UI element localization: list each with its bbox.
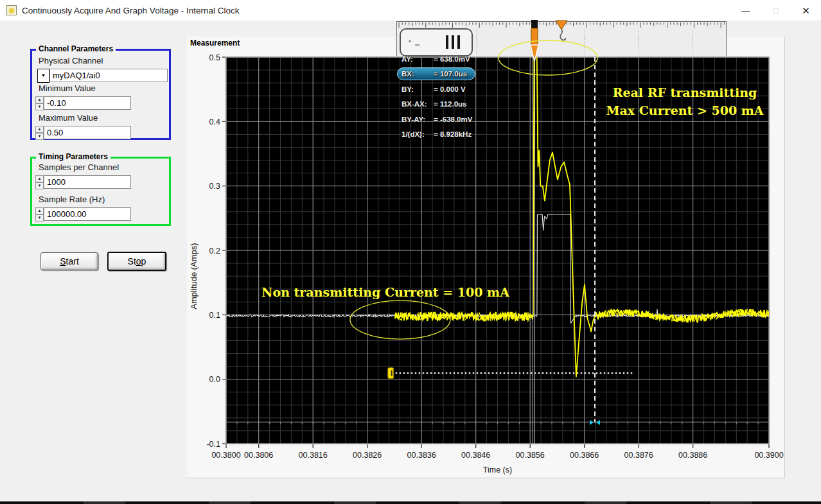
minimum-value-input[interactable] (44, 96, 131, 110)
x-tick-label: 00.3836 (407, 451, 436, 460)
x-axis-title: Time (s) (483, 465, 512, 474)
channel-parameters-group: Channel Parameters Physical Channel ▼ Mi… (30, 49, 171, 140)
sample-rate-label: Sample Rate (Hz) (39, 195, 105, 204)
maximum-value-spinner: ▲ ▼ (35, 126, 44, 140)
scope-ruler-overlay[interactable] (396, 21, 727, 56)
spin-up-icon[interactable]: ▲ (35, 207, 44, 214)
bars-icon (452, 35, 454, 49)
y-axis-title: Amplitude (Amps) (189, 243, 199, 309)
sample-rate-spinner: ▲ ▼ (35, 207, 44, 222)
minimum-value-spinner: ▲ ▼ (35, 96, 44, 110)
x-tick-label: 00.3806 (244, 451, 273, 460)
measurement-label: BY-AY: (402, 116, 434, 123)
measurement-row[interactable]: BX-AX:= 112.0us (397, 97, 508, 112)
x-tick-label: 00.3886 (678, 451, 707, 460)
measurement-label: BX: (402, 70, 434, 78)
measurement-value: = 8.928kHz (434, 130, 472, 138)
window-controls: — □ ✕ (730, 0, 821, 21)
maximize-button[interactable]: □ (761, 0, 791, 21)
x-tick-label: 00.3876 (624, 451, 653, 460)
channel-parameters-label: Channel Parameters (36, 44, 116, 53)
annotation-text: Max Current > 500 mA (606, 103, 763, 117)
pen-cursor-icon[interactable] (531, 20, 538, 62)
close-button[interactable]: ✕ (791, 0, 821, 21)
bars-icon (446, 35, 448, 49)
window-title: Continuously Acquire And Graph Voltage -… (22, 6, 239, 15)
y-tick-label: 0.2 (209, 247, 220, 256)
timing-parameters-group: Timing Parameters Samples per Channel ▲ … (30, 157, 171, 226)
y-tick-label: 0.0 (209, 375, 220, 384)
title-bar: Continuously Acquire And Graph Voltage -… (0, 0, 821, 21)
measurement-label: BX-AX: (402, 100, 434, 108)
measurement-value: = 0.000 V (434, 85, 466, 93)
minimize-button[interactable]: — (730, 0, 761, 21)
flag-cursor-icon[interactable] (556, 21, 567, 40)
measurement-row[interactable]: BX:= 107.0us (397, 67, 475, 80)
measurement-value: = 112.0us (434, 100, 466, 108)
sample-rate-input[interactable] (44, 207, 131, 221)
samples-per-channel-label: Samples per Channel (39, 162, 119, 172)
stop-button[interactable]: Stop (107, 252, 166, 271)
x-tick-label: 00.3846 (461, 451, 490, 460)
app-icon (6, 5, 17, 15)
bars-icon (457, 35, 460, 49)
x-tick-label: 00.3866 (570, 451, 599, 460)
maximum-value-input[interactable] (44, 126, 131, 139)
x-tick-label: 00.3900 (754, 451, 783, 460)
physical-channel-label: Physical Channel (39, 56, 103, 65)
app-window: Continuously Acquire And Graph Voltage -… (0, 0, 821, 504)
spin-up-icon[interactable]: ▲ (35, 126, 44, 133)
measurement-row[interactable]: BY-AY:= -638.0mV (397, 112, 508, 127)
maximum-value-label: Maximum Value (39, 113, 98, 123)
spin-down-icon[interactable]: ▼ (35, 214, 44, 222)
samples-per-channel-input[interactable] (44, 175, 131, 189)
x-tick-label: 00.3816 (299, 451, 328, 460)
measurement-label: 1/(dX): (402, 130, 434, 138)
spin-down-icon[interactable]: ▼ (35, 133, 44, 140)
spin-down-icon[interactable]: ▼ (35, 182, 44, 189)
start-button[interactable]: Start (40, 252, 98, 270)
y-tick-label: 0.3 (209, 182, 220, 191)
bottom-edge-strip (0, 501, 821, 504)
x-tick-label: 00.3826 (353, 451, 382, 460)
x-tick-label: 00.3800 (211, 451, 240, 460)
spin-down-icon[interactable]: ▼ (35, 103, 44, 110)
measurement-row[interactable]: BY:= 0.000 V (397, 82, 508, 97)
physical-channel-dropdown-icon[interactable]: ▼ (37, 69, 49, 83)
minimum-value-label: Minimum Value (39, 83, 96, 93)
cursor-readout-panel: AY:= 638.0mVBX:= 107.0usBY:= 0.000 VBX-A… (397, 51, 508, 142)
y-tick-label: 0.5 (209, 53, 220, 62)
ruler-toolbox[interactable] (400, 29, 472, 56)
annotation-text: Real RF transmitting (613, 85, 757, 100)
measurement-value: = 107.0us (434, 70, 467, 78)
timing-parameters-label: Timing Parameters (36, 152, 110, 161)
cursor-handle-icon[interactable] (388, 368, 394, 379)
measurement-value: = -638.0mV (434, 116, 472, 123)
physical-channel-input[interactable] (49, 69, 168, 82)
spin-up-icon[interactable]: ▲ (35, 96, 44, 103)
measurement-row[interactable]: 1/(dX):= 8.928kHz (397, 127, 508, 143)
samples-per-channel-spinner: ▲ ▼ (35, 175, 44, 189)
y-tick-label: -0.1 (206, 440, 220, 449)
measurement-label: BY: (402, 85, 434, 93)
y-tick-label: 0.1 (209, 311, 220, 320)
x-tick-label: 00.3856 (516, 451, 545, 460)
annotation-text: Non transmitting Current = 100 mA (261, 285, 509, 299)
spin-up-icon[interactable]: ▲ (35, 175, 44, 182)
y-tick-label: 0.4 (209, 117, 220, 126)
